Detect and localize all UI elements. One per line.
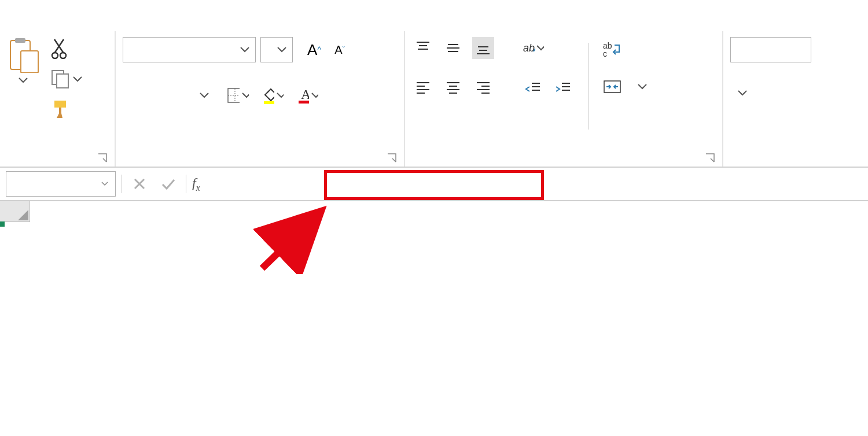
- svg-rect-1: [15, 38, 25, 43]
- separator: [122, 175, 122, 193]
- borders-icon: [227, 87, 240, 104]
- svg-rect-11: [264, 101, 274, 104]
- format-painter-button[interactable]: [51, 99, 82, 119]
- name-box[interactable]: [6, 171, 116, 197]
- separator: [186, 175, 186, 193]
- chevron-down-icon: [200, 93, 209, 98]
- group-clipboard: [0, 31, 116, 167]
- chevron-down-icon: [277, 47, 286, 53]
- svg-rect-6: [57, 74, 68, 88]
- borders-button[interactable]: [227, 84, 249, 106]
- chevron-down-icon: [19, 77, 28, 83]
- separator: [588, 43, 589, 130]
- dialog-launcher-icon[interactable]: [387, 153, 397, 163]
- align-top-button[interactable]: [412, 37, 434, 59]
- align-left-button[interactable]: [412, 76, 434, 98]
- orientation-button[interactable]: ab: [522, 37, 544, 59]
- copy-button[interactable]: [51, 69, 82, 89]
- column-headers: [0, 201, 868, 222]
- group-alignment: ab abc: [405, 31, 723, 167]
- fx-label[interactable]: fx: [192, 175, 200, 193]
- increase-font-button[interactable]: A^: [303, 39, 325, 61]
- underline-button[interactable]: [192, 84, 214, 106]
- font-size-select[interactable]: [260, 37, 293, 62]
- spreadsheet-grid: [0, 201, 868, 222]
- chevron-down-icon: [738, 90, 747, 96]
- chevron-down-icon: [242, 93, 249, 98]
- dialog-launcher-icon[interactable]: [705, 153, 715, 163]
- scissors-icon: [51, 37, 69, 59]
- svg-text:A: A: [301, 87, 309, 102]
- font-color-icon: A: [296, 86, 309, 105]
- active-cell-outline: [0, 222, 3, 226]
- chevron-down-icon: [311, 93, 318, 98]
- number-format-select[interactable]: [730, 37, 811, 62]
- merge-center-button[interactable]: [603, 79, 647, 95]
- wrap-text-button[interactable]: abc: [603, 40, 647, 58]
- align-right-button[interactable]: [472, 76, 494, 98]
- decrease-indent-button[interactable]: [522, 76, 544, 98]
- dialog-launcher-icon[interactable]: [97, 153, 108, 163]
- italic-button[interactable]: [157, 84, 179, 106]
- formula-bar: fx: [0, 168, 868, 201]
- group-font: A^ Aˇ A: [116, 31, 405, 167]
- font-color-button[interactable]: A: [296, 84, 318, 106]
- paste-icon: [7, 37, 39, 73]
- svg-text:c: c: [603, 49, 607, 58]
- enter-formula-button[interactable]: [157, 172, 180, 195]
- select-all-corner[interactable]: [0, 201, 30, 222]
- align-center-button[interactable]: [442, 76, 464, 98]
- svg-rect-13: [299, 101, 309, 104]
- ribbon-tabs: [0, 0, 868, 31]
- brush-icon: [51, 99, 71, 119]
- group-number: [723, 31, 868, 167]
- chevron-down-icon: [240, 47, 249, 53]
- merge-icon: [603, 79, 621, 95]
- percent-button[interactable]: [762, 82, 784, 104]
- bold-button[interactable]: [123, 84, 145, 106]
- cancel-formula-button[interactable]: [128, 172, 151, 195]
- ribbon-body: A^ Aˇ A: [0, 31, 868, 168]
- svg-rect-7: [54, 101, 66, 108]
- chevron-down-icon: [101, 182, 108, 186]
- copy-icon: [51, 69, 71, 89]
- chevron-down-icon: [536, 45, 544, 51]
- paste-button[interactable]: [7, 37, 39, 83]
- formula-input[interactable]: [206, 173, 862, 194]
- fill-color-button[interactable]: [262, 84, 284, 106]
- decrease-font-button[interactable]: Aˇ: [329, 39, 351, 61]
- chevron-down-icon: [638, 84, 647, 90]
- svg-rect-2: [21, 51, 38, 73]
- increase-indent-button[interactable]: [552, 76, 574, 98]
- chevron-down-icon: [73, 76, 82, 82]
- chevron-down-icon: [277, 93, 284, 98]
- svg-text:ab: ab: [523, 42, 535, 54]
- align-middle-button[interactable]: [442, 37, 464, 59]
- bucket-icon: [262, 87, 274, 104]
- currency-button[interactable]: [730, 82, 752, 104]
- wrap-text-icon: abc: [603, 40, 621, 58]
- cut-button[interactable]: [51, 37, 82, 59]
- align-bottom-button[interactable]: [472, 37, 494, 59]
- font-family-select[interactable]: [123, 37, 256, 62]
